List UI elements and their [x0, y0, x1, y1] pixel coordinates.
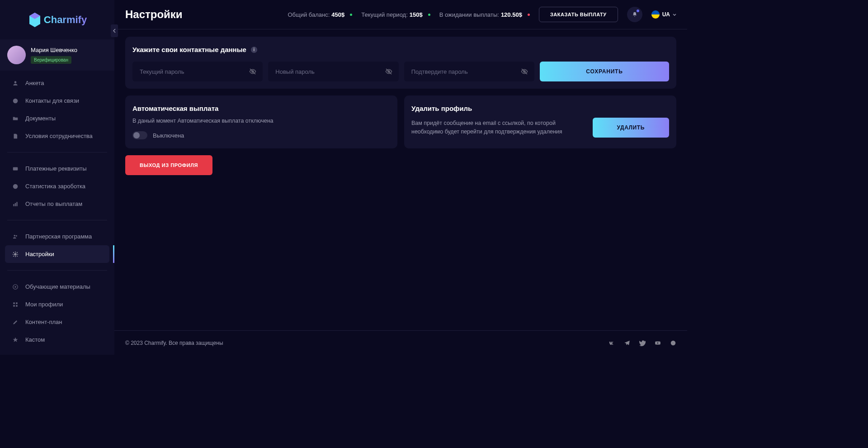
sidebar-item-label: Условия сотрудничества: [25, 133, 93, 139]
content: Укажите свои контактные данные i СОХРАНИ…: [114, 29, 687, 330]
nav-section-3: Партнерская программа Настройки: [0, 224, 114, 267]
svg-rect-5: [15, 203, 16, 206]
eye-off-icon[interactable]: [385, 68, 392, 75]
sidebar-item-profile[interactable]: Анкета: [0, 74, 114, 92]
nav-section-4: Обучающие материалы Мои профили Контент-…: [0, 274, 114, 352]
svg-rect-2: [13, 167, 18, 170]
sidebar-item-contentplan[interactable]: Контент-план: [0, 313, 114, 331]
sidebar-item-label: Обучающие материалы: [25, 283, 90, 290]
balance-pending: В ожидании выплаты: 120.50$: [439, 11, 530, 18]
sidebar-item-terms[interactable]: Условия сотрудничества: [0, 127, 114, 145]
page-title: Настройки: [125, 8, 183, 21]
divider: [7, 152, 107, 153]
card-title: Автоматическая выплата: [132, 105, 390, 112]
sidebar-item-label: Настройки: [25, 251, 54, 257]
current-password-input[interactable]: [132, 62, 263, 81]
svg-rect-13: [13, 305, 14, 307]
sidebar-item-documents[interactable]: Документы: [0, 110, 114, 127]
info-icon[interactable]: i: [251, 47, 257, 53]
eye-off-icon[interactable]: [521, 68, 528, 75]
svg-point-7: [14, 234, 16, 236]
sidebar-item-label: Мои профили: [25, 301, 63, 308]
cards-row: Автоматическая выплата В даный момент Ав…: [125, 95, 676, 148]
youtube-icon[interactable]: [655, 340, 661, 346]
new-password-input[interactable]: [268, 62, 398, 81]
grid-icon: [12, 301, 19, 308]
input-wrapper-new: [268, 62, 398, 81]
notifications-button[interactable]: [627, 7, 642, 22]
barchart-icon: [12, 201, 19, 207]
confirm-password-input[interactable]: [404, 62, 534, 81]
sidebar-item-partner[interactable]: Партнерская программа: [0, 228, 114, 245]
piechart-icon: [12, 183, 19, 190]
sidebar-item-label: Контакты для связи: [25, 97, 79, 104]
form-row: СОХРАНИТЬ: [132, 62, 669, 81]
delete-desc: Вам придёт сообщение на email с ссылкой,…: [411, 119, 579, 136]
sidebar-item-myprofiles[interactable]: Мои профили: [0, 295, 114, 313]
svg-point-0: [14, 81, 17, 83]
balance-total: Общий баланс: 450$: [288, 11, 352, 18]
twitter-icon[interactable]: [639, 340, 646, 346]
svg-point-1: [13, 98, 18, 103]
section-title: Укажите свои контактные данные: [132, 46, 246, 53]
sidebar-item-reports[interactable]: Отчеты по выплатам: [0, 195, 114, 213]
vk-icon[interactable]: [609, 340, 615, 346]
star-icon: [12, 337, 19, 343]
svg-rect-11: [13, 302, 14, 304]
svg-rect-6: [16, 202, 17, 206]
svg-point-24: [671, 340, 676, 345]
sidebar-item-label: Документы: [25, 115, 56, 122]
pencil-icon: [12, 319, 19, 325]
sidebar-item-label: Партнерская программа: [25, 233, 92, 240]
sidebar-item-custom[interactable]: Кастом: [0, 331, 114, 348]
sidebar-item-label: Анкета: [25, 80, 44, 86]
section-heading: Укажите свои контактные данные i: [132, 46, 669, 53]
svg-rect-12: [16, 302, 18, 304]
main: Настройки Общий баланс: 450$ Текущий пер…: [114, 0, 687, 355]
sidebar-item-label: Статистика зароботка: [25, 183, 85, 190]
user-icon: [12, 80, 19, 86]
svg-point-9: [14, 253, 16, 255]
card-icon: [12, 166, 19, 172]
password-card: Укажите свои контактные данные i СОХРАНИ…: [125, 37, 676, 89]
nav-section-1: Анкета Контакты для связи Документы Усло…: [0, 71, 114, 148]
delete-button[interactable]: УДАЛИТЬ: [593, 118, 669, 138]
sidebar-item-label: Контент-план: [25, 319, 62, 325]
lang-code: UA: [662, 11, 670, 18]
status-badge: Верифицирован: [31, 56, 71, 64]
autopay-toggle[interactable]: [132, 131, 147, 139]
gear-icon: [12, 251, 19, 257]
sidebar-item-contacts[interactable]: Контакты для связи: [0, 92, 114, 110]
status-dot: [350, 14, 352, 16]
toggle-label: Выключена: [153, 132, 184, 139]
sidebar-item-payment[interactable]: Платежные реквизиты: [0, 160, 114, 177]
logo-icon: [28, 12, 42, 28]
payout-button[interactable]: ЗАКАЗАТЬ ВЫПЛАТУ: [539, 7, 618, 22]
card-title: Удалить профиль: [411, 105, 669, 112]
sidebar-item-stats[interactable]: Статистика зароботка: [0, 177, 114, 195]
avatar: [7, 46, 26, 64]
language-selector[interactable]: UA: [651, 10, 676, 19]
skype-icon[interactable]: [670, 340, 676, 346]
footer: © 2023 Charmify. Все права защищены: [114, 330, 687, 355]
sidebar-item-label: Отчеты по выплатам: [25, 200, 82, 207]
svg-rect-15: [651, 10, 660, 14]
notification-dot: [637, 10, 639, 12]
logo[interactable]: Charmify: [28, 12, 87, 28]
save-button[interactable]: СОХРАНИТЬ: [540, 62, 669, 81]
user-name: Мария Шевченко: [31, 47, 77, 53]
chat-icon: [12, 98, 19, 104]
logo-area: Charmify: [0, 0, 114, 39]
svg-rect-16: [651, 14, 660, 19]
svg-point-3: [13, 184, 18, 189]
input-wrapper-current: [132, 62, 263, 81]
collapse-sidebar-button[interactable]: [111, 24, 118, 37]
user-card[interactable]: Мария Шевченко Верифицирован: [0, 39, 114, 71]
logout-button[interactable]: ВЫХОД ИЗ ПРОФИЛЯ: [125, 155, 212, 175]
telegram-icon[interactable]: [624, 340, 630, 346]
eye-off-icon[interactable]: [249, 68, 256, 75]
toggle-knob: [133, 132, 140, 138]
sidebar-item-settings[interactable]: Настройки: [5, 245, 109, 263]
balance-period: Текущий период: 150$: [361, 11, 430, 18]
sidebar-item-learning[interactable]: Обучающие материалы: [0, 278, 114, 295]
